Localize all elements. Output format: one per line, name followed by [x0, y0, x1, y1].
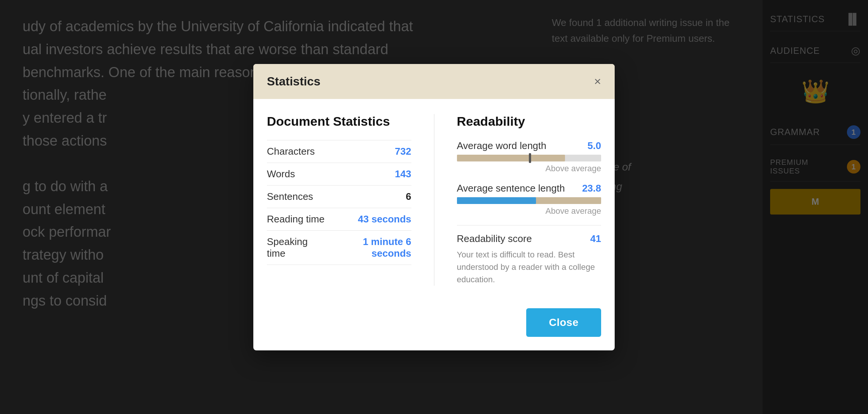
sentences-label: Sentences — [267, 185, 327, 208]
stats-table: Characters 732 Words 143 Sentences 6 R — [267, 140, 411, 265]
readability-section: Readability Average word length 5.0 Abov… — [457, 114, 602, 286]
avg-sentence-length-row: Average sentence length 23.8 Above avera… — [457, 183, 602, 216]
avg-word-length-bar-fill — [457, 155, 565, 161]
avg-word-length-bar-marker — [529, 153, 531, 163]
table-row-characters: Characters 732 — [267, 140, 411, 163]
readability-score-row: Readability score 41 — [457, 225, 602, 245]
avg-sentence-length-progress-bar — [457, 197, 602, 204]
statistics-modal: Statistics × Document Statistics Charact… — [253, 64, 615, 350]
modal-header: Statistics × — [253, 64, 615, 99]
modal-title: Statistics — [267, 75, 320, 88]
modal-footer: Close — [253, 301, 615, 350]
characters-value: 732 — [327, 140, 411, 163]
table-row-speaking-time: Speaking time 1 minute 6 seconds — [267, 230, 411, 265]
table-row-words: Words 143 — [267, 163, 411, 185]
readability-score-description: Your text is difficult to read. Best und… — [457, 248, 602, 286]
avg-sentence-length-sublabel: Above average — [457, 206, 602, 216]
sentences-value: 6 — [327, 185, 411, 208]
document-statistics-section: Document Statistics Characters 732 Words… — [267, 114, 411, 286]
characters-label: Characters — [267, 140, 327, 163]
avg-word-length-header: Average word length 5.0 — [457, 140, 602, 152]
avg-sentence-length-value: 23.8 — [582, 183, 601, 194]
avg-word-length-value: 5.0 — [588, 140, 601, 152]
avg-word-length-label: Average word length — [457, 140, 547, 152]
readability-score-label: Readability score — [457, 233, 532, 245]
modal-divider — [434, 114, 434, 286]
avg-sentence-length-label: Average sentence length — [457, 183, 565, 194]
avg-word-length-progress-bar — [457, 155, 602, 161]
reading-time-value: 43 seconds — [327, 208, 411, 230]
speaking-time-value: 1 minute 6 seconds — [327, 230, 411, 265]
modal-backdrop: Statistics × Document Statistics Charact… — [0, 0, 868, 414]
close-button[interactable]: Close — [526, 308, 601, 337]
doc-stats-heading: Document Statistics — [267, 114, 411, 129]
table-row-sentences: Sentences 6 — [267, 185, 411, 208]
avg-word-length-sublabel: Above average — [457, 164, 602, 174]
reading-time-label: Reading time — [267, 208, 327, 230]
words-label: Words — [267, 163, 327, 185]
readability-heading: Readability — [457, 114, 602, 129]
readability-score-value: 41 — [590, 233, 601, 245]
avg-sentence-length-bar-fill — [457, 197, 536, 204]
avg-sentence-length-header: Average sentence length 23.8 — [457, 183, 602, 194]
modal-body: Document Statistics Characters 732 Words… — [253, 99, 615, 301]
avg-word-length-row: Average word length 5.0 Above average — [457, 140, 602, 174]
modal-close-x-button[interactable]: × — [594, 75, 601, 87]
table-row-reading-time: Reading time 43 seconds — [267, 208, 411, 230]
speaking-time-label: Speaking time — [267, 230, 327, 265]
words-value: 143 — [327, 163, 411, 185]
